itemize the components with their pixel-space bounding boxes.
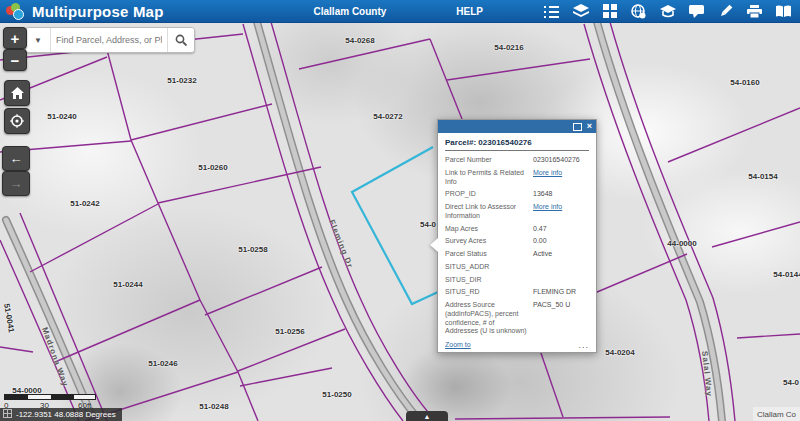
home-button[interactable] [4,80,30,106]
search-widget: ▼ [25,27,195,53]
popup-row: SITUS_DIR [445,274,589,287]
popup-field-value: 0.00 [533,237,589,246]
popup-row: SITUS_ADDR [445,261,589,274]
popup-field-label: Parcel Number [445,156,533,165]
popup-field-label: Direct Link to Assessor Information [445,203,533,221]
popup-titlebar[interactable]: × [438,120,596,133]
draw-icon[interactable] [659,3,676,20]
more-info-link[interactable]: More info [533,169,589,187]
more-info-link[interactable]: More info [533,203,589,221]
close-icon[interactable]: × [587,122,592,131]
popup-row: PROP_ID13648 [445,188,589,201]
layers-icon[interactable] [572,3,589,20]
basemap-gallery-icon[interactable] [601,3,618,20]
popup-field-value: Active [533,250,589,259]
popup-attribute-table: Parcel Number023016540276Link to Permits… [445,154,589,338]
popup-field-label: SITUS_RD [445,288,533,297]
popup-field-label: PROP_ID [445,190,533,199]
coordinate-readout: -122.9351 48.0888 Degrees [0,408,122,421]
parcel-number-label: 44-0000 [667,239,696,248]
globe-icon[interactable] [630,3,647,20]
next-extent-button[interactable]: → [2,171,30,196]
parcel-number-label: 51-0244 [113,280,142,289]
print-icon[interactable] [746,3,763,20]
popup-field-label: Address Source (addinfoPACS), percent co… [445,301,533,336]
parcel-number-label: 54-0272 [373,112,402,121]
popup-field-label: SITUS_DIR [445,276,533,285]
app-logo-icon [6,3,24,19]
attribute-table-toggle[interactable]: ▲ [406,411,448,421]
parcel-number-label: 51-0246 [148,359,177,368]
bookmarks-icon[interactable] [775,3,792,20]
app-header: Multipurpose Map Clallam County HELP [0,0,800,23]
popup-pointer [430,238,438,252]
map-canvas[interactable]: 51-023754-026854-021654-016051-023251-02… [0,22,800,421]
popup-field-value [533,263,589,272]
parcel-map-lines [0,22,800,421]
popup-field-value: 0.47 [533,225,589,234]
parcel-number-label: 51-0250 [322,390,351,399]
popup-row: Parcel Number023016540276 [445,154,589,167]
popup-field-value: PACS_50 U [533,301,589,336]
header-toolbar [543,0,792,22]
popup-field-value: 13648 [533,190,589,199]
map-attribution: Clallam Co [753,407,800,421]
parcel-number-label: 54-0154 [748,172,777,181]
search-icon[interactable] [167,28,194,52]
popup-field-label: Link to Permits & Related Info [445,169,533,187]
parcel-number-label: 51-0248 [199,402,228,411]
parcel-number-label: 54-0160 [730,78,759,87]
popup-field-label: Map Acres [445,225,533,234]
app-title: Multipurpose Map [32,3,164,20]
parcel-number-label: 51-0242 [70,199,99,208]
parcel-number-label: 51-0240 [47,112,76,121]
popup-field-label: Parcel Status [445,250,533,259]
comment-icon[interactable] [688,3,705,20]
parcel-number-label: 54-0268 [345,36,374,45]
road-name-label: Madrona Way [40,326,70,388]
parcel-number-label: 51-0232 [167,76,196,85]
zoom-in-button[interactable]: + [3,27,27,49]
locate-button[interactable] [4,108,30,134]
popup-field-label: SITUS_ADDR [445,263,533,272]
nav-clallam-county[interactable]: Clallam County [314,6,387,17]
zoom-out-button[interactable]: − [3,49,27,71]
app-window: Multipurpose Map Clallam County HELP [0,0,800,421]
popup-body: Parcel#: 023016540276 Parcel Number02301… [438,133,596,352]
parcel-number-label: 54-0216 [494,43,523,52]
popup-field-label: Survey Acres [445,237,533,246]
search-source-dropdown[interactable]: ▼ [26,28,51,52]
road-name-label: Salal Way [700,351,714,398]
popup-row: SITUS_RDFLEMING DR [445,286,589,299]
parcel-popup: × Parcel#: 023016540276 Parcel Number023… [437,119,597,353]
popup-field-value: 023016540276 [533,156,589,165]
zoom-to-link[interactable]: Zoom to [445,341,471,348]
popup-row: Direct Link to Assessor InformationMore … [445,201,589,223]
parcel-number-label: 51-0256 [275,327,304,336]
popup-footer: Zoom to ... [445,341,589,348]
popup-field-value: FLEMING DR [533,288,589,297]
previous-extent-button[interactable]: ← [2,146,30,171]
coordinate-text: -122.9351 48.0888 Degrees [16,410,116,419]
parcel-number-label: 51-0258 [238,245,267,254]
popup-row: Parcel StatusActive [445,248,589,261]
parcel-number-label: 54-0 [420,220,436,229]
nav-help[interactable]: HELP [456,6,483,17]
parcel-number-label: 54-0204 [605,348,634,357]
parcel-number-label: 54-0 [783,378,799,387]
header-nav: Clallam County HELP [314,6,483,17]
legend-icon[interactable] [543,3,560,20]
popup-row: Link to Permits & Related InfoMore info [445,167,589,189]
more-options-button[interactable]: ... [578,343,589,348]
popup-row: Address Source (addinfoPACS), percent co… [445,299,589,338]
popup-title: Parcel#: 023016540276 [445,138,589,147]
popup-field-value [533,276,589,285]
coordinate-icon[interactable] [3,409,12,420]
search-input[interactable] [51,28,167,52]
pencil-icon[interactable] [717,3,734,20]
parcel-number-label: 51-0041 [2,303,16,333]
road-name-label: Fleming Dr [327,218,355,269]
parcel-number-label: 54-0144 [773,270,800,279]
parcel-number-label: 51-0260 [198,163,227,172]
maximize-icon[interactable] [573,123,582,131]
